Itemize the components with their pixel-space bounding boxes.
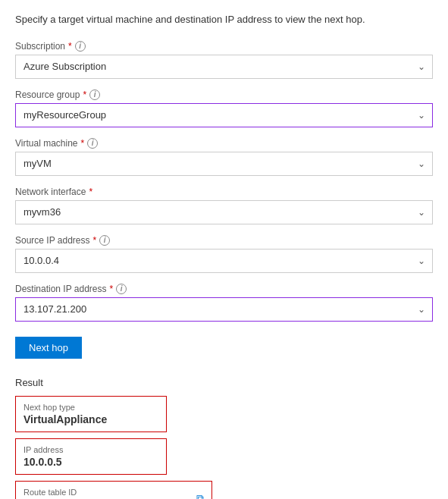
resource-group-select[interactable]: myResourceGroup xyxy=(15,103,433,127)
subscription-select-wrapper: Azure Subscription ⌄ xyxy=(15,55,433,79)
next-hop-button[interactable]: Next hop xyxy=(15,337,82,359)
next-hop-type-value: VirtualAppliance xyxy=(23,413,158,425)
route-table-id-label: Route table ID xyxy=(23,488,190,497)
result-title: Result xyxy=(15,377,433,388)
destination-ip-select-wrapper: 13.107.21.200 ⌄ xyxy=(15,297,433,322)
next-hop-type-card: Next hop type VirtualAppliance xyxy=(15,396,167,432)
description: Specify a target virtual machine and des… xyxy=(15,12,433,27)
result-cards-row: Next hop type VirtualAppliance IP addres… xyxy=(15,396,433,500)
destination-ip-group: Destination IP address * i 13.107.21.200… xyxy=(15,284,433,322)
destination-ip-label: Destination IP address * i xyxy=(15,284,433,294)
copy-icon[interactable]: ⧉ xyxy=(196,492,204,499)
virtual-machine-group: Virtual machine * i myVM ⌄ xyxy=(15,138,433,176)
subscription-label: Subscription * i xyxy=(15,41,433,52)
virtual-machine-select[interactable]: myVM xyxy=(15,152,433,176)
source-ip-group: Source IP address * i 10.0.0.4 ⌄ xyxy=(15,235,433,273)
resource-group-label: Resource group * i xyxy=(15,89,433,100)
subscription-select[interactable]: Azure Subscription xyxy=(15,55,433,79)
resource-group-info-icon[interactable]: i xyxy=(89,89,100,100)
next-hop-type-label: Next hop type xyxy=(23,403,158,412)
ip-address-card: IP address 10.0.0.5 xyxy=(15,438,167,475)
destination-ip-info-icon[interactable]: i xyxy=(116,284,127,294)
source-ip-select[interactable]: 10.0.0.4 xyxy=(15,249,433,273)
subscription-group: Subscription * i Azure Subscription ⌄ xyxy=(15,41,433,79)
source-ip-select-wrapper: 10.0.0.4 ⌄ xyxy=(15,249,433,273)
virtual-machine-select-wrapper: myVM ⌄ xyxy=(15,152,433,176)
network-interface-label: Network interface * xyxy=(15,187,433,197)
virtual-machine-label: Virtual machine * i xyxy=(15,138,433,149)
result-section: Result Next hop type VirtualAppliance IP… xyxy=(15,377,433,500)
source-ip-info-icon[interactable]: i xyxy=(99,235,110,246)
subscription-info-icon[interactable]: i xyxy=(75,41,86,52)
ip-address-value: 10.0.0.5 xyxy=(23,456,158,468)
source-ip-label: Source IP address * i xyxy=(15,235,433,246)
resource-group-select-wrapper: myResourceGroup ⌄ xyxy=(15,103,433,127)
virtual-machine-info-icon[interactable]: i xyxy=(87,138,98,149)
route-table-id-card: Route table ID /subscriptions/abcdef01-2… xyxy=(15,481,212,500)
resource-group-group: Resource group * i myResourceGroup ⌄ xyxy=(15,89,433,127)
network-interface-group: Network interface * myvm36 ⌄ xyxy=(15,187,433,224)
network-interface-select-wrapper: myvm36 ⌄ xyxy=(15,200,433,224)
network-interface-select[interactable]: myvm36 xyxy=(15,200,433,224)
destination-ip-select[interactable]: 13.107.21.200 xyxy=(15,297,433,322)
ip-address-label: IP address xyxy=(23,445,158,454)
